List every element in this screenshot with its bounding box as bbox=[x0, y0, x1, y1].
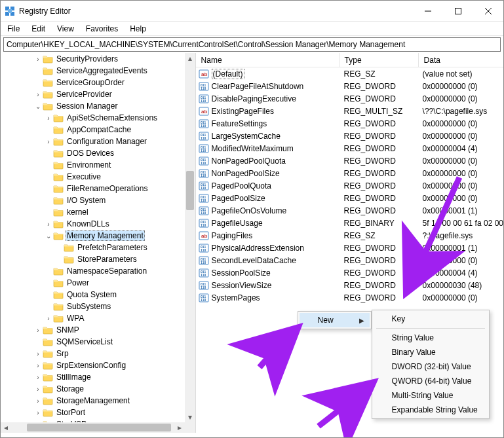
scroll-right-icon[interactable]: ▸ bbox=[174, 422, 185, 433]
chevron-right-icon[interactable]: › bbox=[33, 361, 43, 370]
list-item[interactable]: DisablePagingExecutiveREG_DWORD0x0000000… bbox=[196, 92, 503, 105]
tree-item[interactable]: ›Srp bbox=[2, 348, 185, 359]
tree-item[interactable]: ›SNMP bbox=[2, 324, 185, 336]
tree-item[interactable]: Power bbox=[2, 277, 185, 289]
maximize-button[interactable] bbox=[443, 1, 473, 22]
list-item[interactable]: FeatureSettingsREG_DWORD0x00000000 (0) bbox=[196, 117, 503, 130]
context-item[interactable]: Binary Value bbox=[374, 345, 488, 359]
scroll-up-icon[interactable]: ▴ bbox=[185, 53, 195, 64]
list-item[interactable]: NonPagedPoolSizeREG_DWORD0x00000000 (0) bbox=[196, 167, 503, 179]
context-item[interactable]: DWORD (32-bit) Value bbox=[374, 359, 488, 374]
chevron-right-icon[interactable]: › bbox=[33, 408, 43, 417]
tree-item[interactable]: DOS Devices bbox=[2, 147, 185, 159]
tree-item[interactable]: ⌄Memory Management bbox=[2, 230, 185, 242]
context-item[interactable]: Expandable String Value bbox=[374, 403, 488, 417]
list-item[interactable]: PagefileOnOsVolumeREG_DWORD0x00000001 (1… bbox=[196, 204, 503, 217]
tree-item[interactable]: Quota System bbox=[2, 289, 185, 301]
scroll-left-icon[interactable]: ◂ bbox=[1, 422, 11, 433]
list-item[interactable]: ClearPageFileAtShutdownREG_DWORD0x000000… bbox=[196, 80, 503, 92]
list-item[interactable]: SessionViewSizeREG_DWORD0x00000030 (48) bbox=[196, 279, 503, 291]
chevron-right-icon[interactable]: › bbox=[44, 137, 53, 146]
chevron-right-icon[interactable]: › bbox=[44, 314, 53, 323]
tree-item[interactable]: kernel bbox=[2, 206, 185, 218]
tree-item[interactable]: SQMServiceList bbox=[2, 336, 185, 348]
chevron-right-icon[interactable]: › bbox=[33, 90, 43, 99]
tree-item[interactable]: ServiceGroupOrder bbox=[2, 77, 185, 88]
list-item[interactable]: ModifiedWriteMaximumREG_DWORD0x00000004 … bbox=[196, 142, 503, 155]
list-item[interactable]: SecondLevelDataCacheREG_DWORD0x00000000 … bbox=[196, 254, 503, 266]
tree-item[interactable]: ⌄Session Manager bbox=[2, 100, 185, 112]
tree-item[interactable]: ›ServiceProvider bbox=[2, 88, 185, 100]
column-header-data[interactable]: Data bbox=[419, 56, 503, 65]
address-bar[interactable]: Computer\HKEY_LOCAL_MACHINE\SYSTEM\Curre… bbox=[3, 37, 501, 52]
close-button[interactable] bbox=[473, 1, 503, 22]
chevron-right-icon[interactable]: › bbox=[33, 373, 43, 382]
list-item[interactable]: PhysicalAddressExtensionREG_DWORD0x00000… bbox=[196, 242, 503, 254]
list-item[interactable]: SystemPagesREG_DWORD0x00000000 (0) bbox=[196, 291, 503, 304]
tree-item[interactable]: ›StorageManagement bbox=[2, 395, 185, 407]
horizontal-scrollbar[interactable]: ◂ ▸ bbox=[1, 422, 185, 433]
chevron-right-icon[interactable]: › bbox=[33, 384, 43, 393]
chevron-right-icon[interactable]: › bbox=[33, 325, 43, 335]
context-item-new[interactable]: New ▶ bbox=[300, 313, 370, 327]
tree-item[interactable]: ›StorPort bbox=[2, 407, 185, 418]
tree-item[interactable]: StoreParameters bbox=[2, 253, 185, 265]
chevron-right-icon[interactable]: › bbox=[33, 396, 43, 405]
tree-item[interactable]: NamespaceSeparation bbox=[2, 265, 185, 277]
context-item[interactable]: Multi-String Value bbox=[374, 388, 488, 403]
tree-item[interactable]: PrefetchParameters bbox=[2, 242, 185, 253]
binary-value-icon bbox=[199, 81, 209, 92]
list-item[interactable]: PagefileUsageREG_BINARY5f 14 00 00 61 fa… bbox=[196, 217, 503, 229]
context-item[interactable]: QWORD (64-bit) Value bbox=[374, 374, 488, 388]
tree-item[interactable]: ›ApiSetSchemaExtensions bbox=[2, 112, 185, 124]
tree-item[interactable]: AppCompatCache bbox=[2, 124, 185, 136]
chevron-right-icon[interactable]: › bbox=[33, 54, 43, 64]
column-header-type[interactable]: Type bbox=[339, 56, 418, 65]
list-item[interactable]: NonPagedPoolQuotaREG_DWORD0x00000000 (0) bbox=[196, 155, 503, 167]
list-item[interactable]: PagedPoolSizeREG_DWORD0x00000000 (0) bbox=[196, 192, 503, 204]
chevron-right-icon[interactable]: › bbox=[44, 219, 53, 228]
tree-item[interactable]: I/O System bbox=[2, 194, 185, 206]
context-item[interactable]: String Value bbox=[374, 331, 488, 345]
chevron-right-icon[interactable]: › bbox=[33, 349, 43, 358]
tree-item[interactable]: ›KnownDLLs bbox=[2, 218, 185, 230]
list-item[interactable]: ExistingPageFilesREG_MULTI_SZ\??\C:\page… bbox=[196, 105, 503, 117]
tree-item[interactable]: FileRenameOperations bbox=[2, 183, 185, 194]
list-item[interactable]: PagedPoolQuotaREG_DWORD0x00000000 (0) bbox=[196, 179, 503, 192]
chevron-right-icon[interactable]: › bbox=[44, 113, 53, 122]
list-item[interactable]: LargeSystemCacheREG_DWORD0x00000000 (0) bbox=[196, 130, 503, 142]
chevron-down-icon[interactable]: ⌄ bbox=[44, 231, 53, 240]
menu-view[interactable]: View bbox=[52, 23, 79, 35]
list-item[interactable]: (Default)REG_SZ(value not set) bbox=[196, 67, 503, 80]
scroll-down-icon[interactable]: ▾ bbox=[185, 412, 195, 422]
tree-item[interactable]: SubSystems bbox=[2, 301, 185, 312]
tree-item[interactable]: ›Configuration Manager bbox=[2, 136, 185, 147]
context-submenu-new[interactable]: KeyString ValueBinary ValueDWORD (32-bit… bbox=[372, 310, 490, 419]
menu-favorites[interactable]: Favorites bbox=[81, 23, 123, 35]
tree-item[interactable]: Executive bbox=[2, 171, 185, 183]
tree-item[interactable]: Environment bbox=[2, 159, 185, 171]
minimize-button[interactable] bbox=[413, 1, 443, 22]
menu-help[interactable]: Help bbox=[125, 23, 151, 35]
tree-item[interactable]: ›StillImage bbox=[2, 371, 185, 383]
binary-value-icon bbox=[199, 243, 209, 253]
registry-tree[interactable]: ›SecurityProvidersServiceAggregatedEvent… bbox=[1, 53, 185, 422]
scroll-thumb-h[interactable] bbox=[27, 424, 171, 431]
tree-item[interactable]: ›SecurityProviders bbox=[2, 53, 185, 65]
column-header-name[interactable]: Name bbox=[196, 56, 339, 65]
menu-file[interactable]: File bbox=[2, 23, 25, 35]
tree-item[interactable]: ›SrpExtensionConfig bbox=[2, 359, 185, 371]
chevron-down-icon[interactable]: ⌄ bbox=[33, 101, 43, 111]
value-list[interactable]: (Default)REG_SZ(value not set)ClearPageF… bbox=[196, 67, 503, 304]
list-item[interactable]: SessionPoolSizeREG_DWORD0x00000004 (4) bbox=[196, 266, 503, 279]
tree-item[interactable]: ›Storage bbox=[2, 383, 185, 395]
scroll-thumb[interactable] bbox=[186, 171, 194, 210]
context-item[interactable]: Key bbox=[374, 312, 488, 326]
context-menu[interactable]: New ▶ bbox=[298, 311, 372, 329]
tree-item[interactable]: ServiceAggregatedEvents bbox=[2, 65, 185, 77]
tree-item-label: WPA bbox=[66, 314, 85, 323]
vertical-scrollbar[interactable]: ▴ ▾ bbox=[185, 53, 195, 433]
menu-edit[interactable]: Edit bbox=[26, 23, 50, 35]
tree-item[interactable]: ›WPA bbox=[2, 312, 185, 324]
list-item[interactable]: PagingFilesREG_SZ?:\pagefile.sys bbox=[196, 229, 503, 242]
